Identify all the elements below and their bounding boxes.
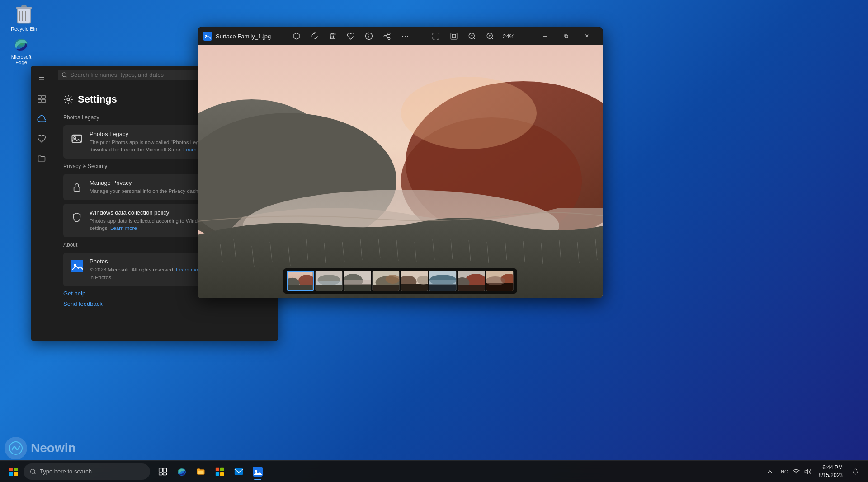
keyboard-language-icon[interactable]: ENG: [776, 466, 790, 477]
network-icon[interactable]: [791, 466, 802, 477]
share-button[interactable]: [380, 29, 394, 43]
favorite-button[interactable]: [344, 29, 358, 43]
active-indicator: [254, 479, 261, 480]
delete-button[interactable]: [326, 29, 340, 43]
titlebar-filename: Surface Family_1.jpg: [216, 33, 271, 40]
svg-rect-35: [451, 33, 457, 39]
system-tray: ENG: [764, 466, 813, 477]
svg-rect-120: [220, 472, 224, 475]
sidebar-menu-icon[interactable]: ☰: [33, 69, 50, 85]
taskbar-photos-button[interactable]: [249, 463, 267, 481]
hamburger-icon: ☰: [38, 73, 45, 82]
info-button[interactable]: [362, 29, 376, 43]
svg-point-28: [384, 35, 386, 37]
rotate-icon: [311, 32, 319, 40]
svg-line-15: [66, 76, 66, 77]
svg-rect-19: [74, 187, 80, 191]
taskbar-explorer-button[interactable]: [192, 463, 210, 481]
film-thumb-2[interactable]: [316, 271, 343, 291]
film-thumb-3[interactable]: [344, 271, 371, 291]
start-button[interactable]: [5, 463, 22, 480]
svg-rect-20: [71, 260, 83, 272]
taskbar-edge-icon: [176, 466, 187, 477]
svg-rect-114: [163, 473, 167, 475]
film-thumb-5[interactable]: [401, 271, 428, 291]
film-thumb-7[interactable]: [458, 271, 485, 291]
edge-desktop-icon[interactable]: Microsoft Edge: [5, 36, 37, 65]
zoom-in-button[interactable]: [483, 29, 497, 43]
titlebar-controls: ─ ⧉ ✕: [535, 29, 597, 43]
taskbar-mail-button[interactable]: [230, 463, 248, 481]
zoom-out-button[interactable]: [465, 29, 479, 43]
photos-legacy-icon: [70, 131, 84, 146]
volume-icon[interactable]: [802, 466, 813, 477]
svg-rect-105: [9, 468, 13, 471]
titlebar-left: Surface Family_1.jpg: [203, 32, 271, 41]
svg-point-29: [388, 37, 390, 40]
film-thumb-4[interactable]: [373, 271, 400, 291]
send-feedback-link[interactable]: Send feedback: [63, 300, 268, 307]
taskbar-search[interactable]: Type here to search: [24, 463, 150, 480]
film-thumb-1[interactable]: [287, 271, 314, 291]
sidebar-favorites-icon[interactable]: [33, 131, 50, 147]
manage-privacy-text: Manage Privacy Manage your personal info…: [90, 179, 212, 195]
sidebar-collection-icon[interactable]: [33, 91, 50, 107]
more-button[interactable]: [398, 29, 412, 43]
more-icon: [401, 32, 409, 40]
close-button[interactable]: ✕: [576, 29, 597, 43]
photo-viewer-window: Surface Family_1.jpg: [198, 27, 603, 298]
recycle-bin-image: [15, 5, 33, 24]
clock-date: 8/15/2023: [819, 472, 843, 479]
svg-point-14: [62, 73, 66, 77]
zoom-level: 24%: [501, 33, 516, 40]
rotate-button[interactable]: [307, 29, 322, 43]
taskbar-mail-icon: [233, 466, 244, 477]
svg-line-31: [386, 34, 388, 36]
taskbar-edge-button[interactable]: [173, 463, 191, 481]
windows-logo-icon: [9, 468, 18, 476]
film-thumb-6[interactable]: [429, 271, 457, 291]
svg-rect-116: [198, 471, 204, 474]
lock-icon: [70, 180, 84, 195]
svg-rect-119: [216, 472, 219, 475]
fullscreen-button[interactable]: [429, 29, 443, 43]
svg-point-104: [486, 276, 505, 285]
recycle-bin-icon[interactable]: Recycle Bin: [8, 5, 40, 32]
data-collection-learn-more[interactable]: Learn more: [110, 225, 137, 231]
photo-content: [198, 45, 603, 298]
task-view-button[interactable]: [154, 463, 172, 481]
svg-rect-84: [344, 280, 371, 285]
system-clock[interactable]: 6:44 PM 8/15/2023: [815, 463, 846, 480]
svg-point-33: [405, 36, 406, 37]
tag-icon: [292, 32, 301, 40]
svg-rect-107: [9, 472, 13, 476]
speaker-icon: [804, 468, 811, 475]
taskbar-store-button[interactable]: [211, 463, 229, 481]
svg-rect-108: [14, 472, 18, 476]
minimize-button[interactable]: ─: [535, 29, 556, 43]
film-thumb-8[interactable]: [486, 271, 514, 291]
tag-button[interactable]: [289, 29, 304, 43]
taskbar-photos-icon: [252, 466, 263, 477]
tray-chevron-icon[interactable]: [764, 466, 775, 477]
sidebar-folders-icon[interactable]: [33, 150, 50, 167]
notification-button[interactable]: [848, 463, 863, 480]
wifi-icon: [793, 468, 800, 475]
settings-gear-icon: [63, 94, 73, 104]
titlebar-logo: [203, 32, 212, 41]
taskbar-search-text: Type here to search: [40, 468, 92, 475]
delete-icon: [329, 32, 337, 40]
svg-rect-95: [429, 284, 457, 291]
sidebar-cloud-icon[interactable]: [33, 111, 50, 127]
svg-rect-10: [38, 95, 41, 98]
svg-rect-100: [458, 285, 485, 291]
svg-rect-91: [401, 284, 428, 291]
svg-rect-113: [159, 473, 163, 475]
fit-button[interactable]: [447, 29, 461, 43]
restore-button[interactable]: ⧉: [556, 29, 576, 43]
svg-rect-118: [220, 467, 224, 471]
chevron-up-icon: [767, 469, 773, 474]
photos-sidebar: ☰: [31, 66, 52, 341]
svg-rect-7: [21, 5, 27, 7]
desktop: Recycle Bin Microsoft Edge: [0, 0, 868, 482]
